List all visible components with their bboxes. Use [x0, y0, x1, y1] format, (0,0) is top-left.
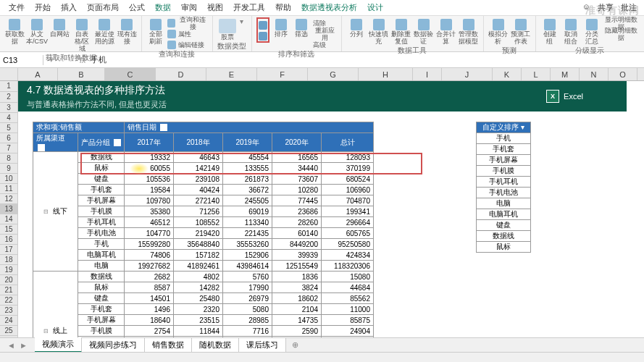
btn-refreshall[interactable]: 全部刷新 [146, 17, 165, 46]
btn-showdetail[interactable]: 显示明细数据 [603, 17, 640, 28]
row-25[interactable]: 25 [0, 326, 18, 336]
tab-view[interactable]: 视图 [207, 2, 223, 13]
sheet-nav-prev[interactable]: ◄ [7, 341, 15, 350]
tab-data[interactable]: 数据 [155, 2, 171, 13]
row-9[interactable]: 9 [0, 164, 18, 174]
fx-confirm-icon[interactable]: ✓ [69, 55, 75, 64]
tab-insert[interactable]: 插入 [61, 2, 77, 13]
btn-recent[interactable]: 最近使用的源 [94, 17, 114, 46]
col-k[interactable]: K [493, 68, 522, 80]
fx-icon[interactable]: fx [80, 56, 86, 64]
col-g[interactable]: G [308, 68, 359, 80]
list-item[interactable]: 手机套 [477, 144, 531, 155]
sheet-tab-0[interactable]: 视频演示 [35, 337, 82, 353]
row-2[interactable]: 2 [0, 92, 18, 103]
btn-clear[interactable]: 清除 [313, 17, 337, 28]
row-24[interactable]: 24 [0, 316, 18, 326]
comments-button[interactable]: 批注 [621, 2, 637, 13]
btn-ungroup[interactable]: 取消组合 [561, 17, 580, 46]
btn-fromcsv[interactable]: 从文本/CSV [27, 17, 47, 46]
list-item[interactable]: 键盘 [477, 220, 531, 231]
btn-flashfill[interactable]: 快速填充 [369, 17, 389, 46]
list-item[interactable]: 电脑 [477, 198, 531, 209]
list-item[interactable]: 电脑耳机 [477, 209, 531, 220]
fx-cancel-icon[interactable]: ✕ [58, 55, 64, 64]
row-18[interactable]: 18 [0, 255, 18, 265]
grid[interactable]: 4.7 数据透视表的多种排序方法 与普通表格操作方法不同, 但是也更灵活 X E… [18, 81, 644, 340]
table-row[interactable]: 手机膜35380712566901923686199341 [33, 206, 374, 217]
formula-input[interactable]: 手机 [91, 54, 106, 65]
btn-fromweb[interactable]: 自网站 [49, 17, 70, 38]
share-button[interactable]: 共享 [598, 2, 614, 13]
row-10[interactable]: 10 [0, 174, 18, 184]
table-row[interactable]: 手机电池10477021942022143560140605765 [33, 228, 374, 239]
account-icon[interactable]: ☺ [582, 2, 590, 13]
table-row[interactable]: 手机屏幕1864023515289851473585875 [33, 315, 374, 326]
row-21[interactable]: 21 [0, 285, 18, 295]
btn-fromtable[interactable]: 自表格/区域 [72, 17, 92, 53]
table-row[interactable]: ⊟ 线上数据线268248025760183615080 [33, 272, 374, 282]
row-13[interactable]: 13 [0, 204, 18, 214]
tab-pagelayout[interactable]: 页面布局 [87, 2, 119, 13]
col-j[interactable]: J [442, 68, 493, 80]
table-row[interactable]: 鼠标6005514214913355534440370199 [33, 163, 374, 174]
table-row[interactable]: 手机15599280356488403555326084492009525058… [33, 239, 374, 250]
table-row[interactable]: 键盘10553623910826187373607680524 [33, 174, 374, 185]
btn-advanced[interactable]: 高级 [313, 39, 337, 49]
tab-file[interactable]: 文件 [9, 2, 25, 13]
btn-props[interactable]: 属性 [167, 28, 208, 38]
btn-hidedetail[interactable]: 隐藏明细数据 [603, 28, 640, 38]
row-20[interactable]: 20 [0, 275, 18, 285]
row-12[interactable]: 12 [0, 194, 18, 204]
tab-help[interactable]: 帮助 [275, 2, 291, 13]
col-e[interactable]: E [206, 68, 257, 80]
tab-formulas[interactable]: 公式 [129, 2, 145, 13]
tab-dev[interactable]: 开发工具 [233, 2, 265, 13]
btn-whatanalysis[interactable]: 模拟分析 [488, 17, 509, 46]
sheet-nav-next[interactable]: ► [20, 341, 28, 350]
btn-stocks[interactable]: 股票 [217, 17, 238, 41]
col-o[interactable]: O [609, 68, 637, 80]
list-item[interactable]: 鼠标 [477, 242, 531, 253]
btn-forecast[interactable]: 预测工作表 [511, 17, 531, 46]
col-f[interactable]: F [257, 68, 308, 80]
btn-sort[interactable]: 排序 [272, 17, 290, 38]
table-row[interactable]: 鼠标85871428217990382444684 [33, 282, 374, 293]
tab-review[interactable]: 审阅 [181, 2, 197, 13]
row-3[interactable]: 3 [0, 103, 18, 113]
row-14[interactable]: 14 [0, 214, 18, 224]
name-box[interactable]: C13 [0, 55, 43, 65]
btn-group[interactable]: 创建组 [540, 17, 559, 46]
table-row[interactable]: 电脑19927682418924614398461412515549118320… [33, 261, 374, 272]
sheet-tab-2[interactable]: 销售数据 [145, 338, 192, 352]
row-15[interactable]: 15 [0, 224, 18, 235]
list-item[interactable]: 手机屏幕 [477, 155, 531, 166]
custom-sort-table[interactable]: 自定义排序 ▾手机手机套手机屏幕手机膜手机耳机手机电池电脑电脑耳机键盘数据线鼠标 [476, 122, 531, 253]
row-5[interactable]: 5 [0, 123, 18, 133]
sheet-tab-1[interactable]: 视频同步练习 [82, 338, 145, 352]
tab-home[interactable]: 开始 [35, 2, 51, 13]
list-item[interactable]: 手机电池 [477, 188, 531, 198]
btn-sort-desc[interactable] [259, 30, 267, 41]
col-b[interactable]: B [58, 68, 105, 80]
row-6[interactable]: 6 [0, 133, 18, 143]
list-item[interactable]: 手机 [477, 133, 531, 144]
sheet-tab-3[interactable]: 随机数据 [192, 338, 239, 352]
btn-reapply[interactable]: 重新应用 [313, 28, 337, 38]
row-22[interactable]: 22 [0, 295, 18, 306]
list-item[interactable]: 手机膜 [477, 166, 531, 177]
btn-texttocolumns[interactable]: 分列 [346, 17, 367, 38]
sheet-add-button[interactable]: ⊕ [286, 340, 304, 350]
btn-getdata[interactable]: 获取数据 [4, 17, 25, 46]
row-11[interactable]: 11 [0, 184, 18, 194]
btn-managemodel[interactable]: 管理数据模型 [459, 17, 479, 46]
row-19[interactable]: 19 [0, 265, 18, 275]
row-23[interactable]: 23 [0, 306, 18, 316]
row-17[interactable]: 17 [0, 245, 18, 255]
col-m[interactable]: M [551, 68, 580, 80]
table-row[interactable]: ⊟ 线下数据线19332466434555416565128093 [33, 152, 374, 163]
col-a[interactable]: A [18, 68, 58, 80]
table-row[interactable]: 手机套149623205080210411000 [33, 304, 374, 315]
fx-dropdown-icon[interactable]: ▾ [49, 55, 54, 64]
btn-validation[interactable]: 数据验证 [414, 17, 434, 46]
